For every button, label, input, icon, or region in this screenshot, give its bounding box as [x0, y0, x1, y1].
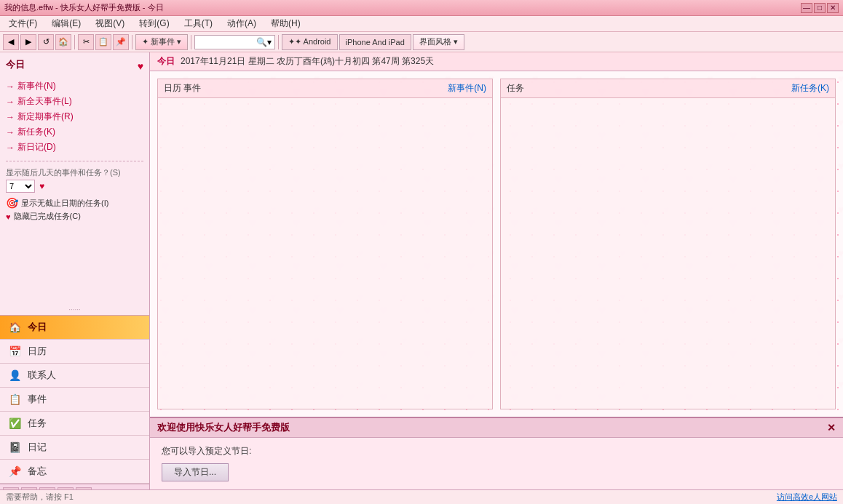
cut-button[interactable]: ✂: [78, 34, 94, 50]
window-controls: — □ ✕: [801, 3, 839, 13]
event-table: 日历 事件 新事件(N): [157, 79, 493, 409]
event-table-body: [158, 98, 492, 409]
menu-action[interactable]: 动作(A): [221, 16, 262, 31]
nav-diary[interactable]: 📓 日记: [0, 436, 149, 460]
search-dropdown-icon[interactable]: ▾: [267, 37, 272, 47]
days-select[interactable]: 7: [6, 180, 35, 193]
android-tab[interactable]: ✦ ✦ Android: [282, 34, 337, 50]
sidebar-new-event[interactable]: → 新事件(N): [6, 79, 143, 94]
search-box[interactable]: 🔍 ▾: [194, 35, 275, 49]
new-task-link[interactable]: 新任务(K): [791, 82, 829, 95]
task-table-body: [501, 98, 835, 409]
sidebar-new-periodic[interactable]: → 新定期事件(R): [6, 109, 143, 124]
welcome-body-text: 您可以导入预定义节日:: [162, 445, 831, 457]
heart-indicator: ♥: [39, 181, 44, 191]
nav-diary-icon: 📓: [7, 440, 22, 455]
menu-help[interactable]: 帮助(H): [265, 16, 306, 31]
sidebar-title: 今日: [6, 58, 25, 71]
content-today-label: 今日: [157, 55, 175, 68]
task-table-left-label: 任务: [507, 82, 524, 95]
import-holiday-button[interactable]: 导入节日...: [162, 463, 229, 481]
content-area: 今日 2017年11月21日 星期二 农历丁酉年(鸡)十月初四 第47周 第32…: [150, 52, 843, 504]
nav-memo[interactable]: 📌 备忘: [0, 460, 149, 484]
content-tables: 日历 事件 新事件(N) 任务 新任务(K): [150, 71, 843, 417]
sep1: [74, 35, 75, 49]
menu-tools[interactable]: 工具(T): [178, 16, 218, 31]
menu-goto[interactable]: 转到(G): [133, 16, 175, 31]
sidebar-new-task[interactable]: → 新任务(K): [6, 124, 143, 140]
arrow-icon-2: →: [6, 97, 15, 107]
sidebar-divider: [6, 161, 143, 161]
welcome-header: 欢迎使用快乐女人好帮手免费版 ✕: [150, 418, 843, 438]
menu-bar: 文件(F) 编辑(E) 视图(V) 转到(G) 工具(T) 动作(A) 帮助(H…: [0, 16, 843, 32]
menu-edit[interactable]: 编辑(E): [46, 16, 87, 31]
forward-button[interactable]: ▶: [20, 34, 36, 50]
nav-calendar[interactable]: 📅 日历: [0, 340, 149, 364]
checkbox-hide-completed[interactable]: ♥ 隐藏已完成任务(C): [6, 211, 143, 222]
nav-memo-icon: 📌: [7, 464, 22, 479]
show-days-label: 显示随后几天的事件和任务？(S): [6, 167, 143, 178]
welcome-close-button[interactable]: ✕: [827, 422, 836, 433]
website-link[interactable]: 访问高效e人网站: [777, 492, 837, 503]
welcome-body: 您可以导入预定义节日: 导入节日...: [150, 438, 843, 489]
nav-tasks[interactable]: ✅ 任务: [0, 412, 149, 436]
refresh-button[interactable]: ↺: [38, 34, 54, 50]
home-button[interactable]: 🏠: [55, 34, 71, 50]
sep4: [278, 35, 279, 49]
nav-events-icon: 📋: [7, 392, 22, 407]
task-icon: 🎯: [6, 197, 18, 209]
content-header: 今日 2017年11月21日 星期二 农历丁酉年(鸡)十月初四 第47周 第32…: [150, 52, 843, 71]
sidebar-new-allday[interactable]: → 新全天事件(L): [6, 94, 143, 109]
arrow-icon-4: →: [6, 127, 15, 137]
close-button[interactable]: ✕: [827, 3, 839, 13]
nav-contacts-icon: 👤: [7, 368, 22, 383]
event-table-header: 日历 事件 新事件(N): [158, 79, 492, 98]
nav-contacts[interactable]: 👤 联系人: [0, 364, 149, 388]
heart-icon-check: ♥: [6, 212, 11, 221]
menu-file[interactable]: 文件(F): [3, 16, 43, 31]
nav-calendar-icon: 📅: [7, 344, 22, 359]
sep2: [132, 35, 132, 49]
android-icon: ✦: [288, 37, 295, 47]
task-table-header: 任务 新任务(K): [501, 79, 835, 98]
sidebar-heart-icon: ♥: [138, 60, 143, 72]
new-event-link[interactable]: 新事件(N): [448, 82, 486, 95]
arrow-icon-3: →: [6, 112, 15, 122]
nav-tasks-icon: ✅: [7, 416, 22, 431]
iphone-tab[interactable]: iPhone And iPad: [339, 34, 411, 50]
sep3: [191, 35, 191, 49]
sidebar-nav: 🏠 今日 📅 日历 👤 联系人 📋 事件 ✅ 任务 📓 日记: [0, 315, 149, 484]
content-date: 2017年11月21日 星期二 农历丁酉年(鸡)十月初四 第47周 第325天: [181, 55, 434, 68]
menu-view[interactable]: 视图(V): [90, 16, 130, 31]
sidebar-top: 今日 ♥ → 新事件(N) → 新全天事件(L) → 新定期事件(R) → 新任…: [0, 52, 149, 304]
toolbar: ◀ ▶ ↺ 🏠 ✂ 📋 📌 ✦ 新事件 ▾ 🔍 ▾ ✦ ✦ Android iP…: [0, 32, 843, 52]
new-event-button[interactable]: ✦ 新事件 ▾: [135, 34, 188, 50]
main-layout: 今日 ♥ → 新事件(N) → 新全天事件(L) → 新定期事件(R) → 新任…: [0, 52, 843, 504]
days-row: 7 ♥: [6, 180, 143, 193]
nav-today[interactable]: 🏠 今日: [0, 316, 149, 340]
title-bar: 我的信息.effw - 快乐女人好帮手免费版 - 今日 — □ ✕: [0, 0, 843, 16]
welcome-title: 欢迎使用快乐女人好帮手免费版: [157, 421, 290, 434]
copy-button[interactable]: 📋: [95, 34, 111, 50]
paste-button[interactable]: 📌: [113, 34, 129, 50]
event-table-left-label: 日历 事件: [164, 82, 201, 95]
task-table: 任务 新任务(K): [500, 79, 836, 409]
arrow-icon-1: →: [6, 81, 15, 92]
arrow-icon-5: →: [6, 143, 15, 153]
nav-events[interactable]: 📋 事件: [0, 388, 149, 412]
content-main: ♥ ♥ 日历 事件 新事件(N): [150, 71, 843, 504]
minimize-button[interactable]: —: [801, 3, 812, 13]
status-bar: 需要帮助，请按 F1 访问高效e人网站: [0, 489, 843, 504]
checkbox-show-tasks[interactable]: 🎯 显示无截止日期的任务(I): [6, 197, 143, 209]
maximize-button[interactable]: □: [814, 3, 826, 13]
title-text: 我的信息.effw - 快乐女人好帮手免费版 - 今日: [4, 2, 164, 13]
sidebar: 今日 ♥ → 新事件(N) → 新全天事件(L) → 新定期事件(R) → 新任…: [0, 52, 150, 504]
search-input[interactable]: [198, 38, 256, 47]
help-text: 需要帮助，请按 F1: [6, 492, 74, 503]
nav-today-icon: 🏠: [7, 320, 22, 335]
scroll-hint: ······: [0, 304, 149, 315]
back-button[interactable]: ◀: [3, 34, 19, 50]
sidebar-new-diary[interactable]: → 新日记(D): [6, 140, 143, 155]
style-button[interactable]: 界面风格 ▾: [413, 34, 464, 50]
search-icon: 🔍: [256, 37, 267, 47]
